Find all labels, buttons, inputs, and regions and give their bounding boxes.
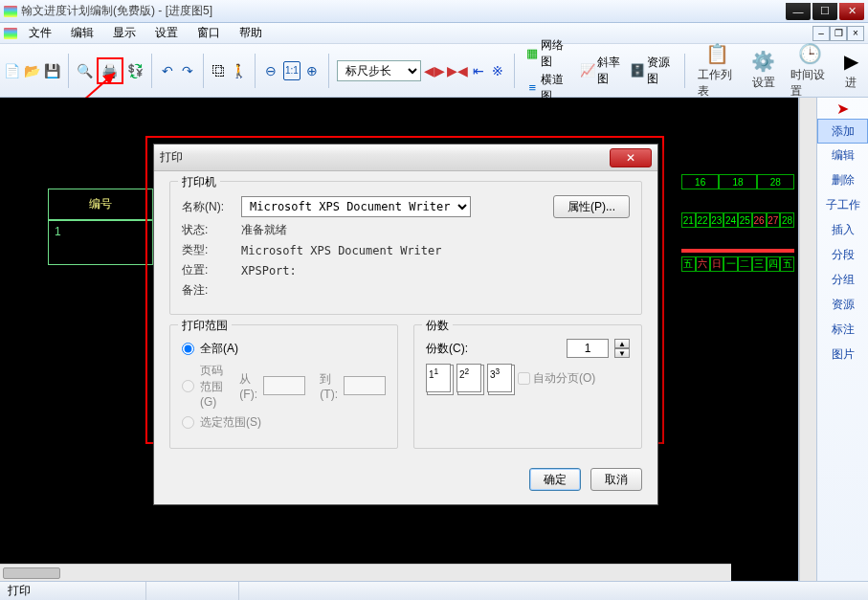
range-fieldset: 打印范围 全部(A) 页码范围(G) 从(F): 到(T): 选定范围(S)	[169, 324, 398, 449]
title-bar: 翰文进度计划编制(免费版) - [进度图5] — ☐ ✕	[0, 0, 868, 23]
print-button-highlight: 🖨️	[97, 57, 123, 84]
maximize-button[interactable]: ☐	[812, 3, 837, 20]
horizontal-scrollbar[interactable]	[0, 564, 731, 581]
work-list-button[interactable]: 📋 工作列表	[692, 42, 742, 100]
time-settings-button[interactable]: 🕒 时间设置	[785, 42, 835, 100]
sidebar-item-segment[interactable]: 分段	[817, 243, 868, 268]
sidebar-item-image[interactable]: 图片	[817, 343, 868, 367]
sidebar-item-resource[interactable]: 资源	[817, 293, 868, 318]
range-selection-label: 选定范围(S)	[200, 414, 261, 431]
print-icon[interactable]: 🖨️	[100, 61, 120, 80]
preview-icon[interactable]: 🔍	[77, 61, 93, 80]
separator	[203, 54, 204, 88]
type-label: 类型:	[182, 242, 235, 258]
cursor-icon[interactable]: ➤	[817, 98, 868, 119]
range-all-radio[interactable]	[182, 343, 194, 355]
sidebar-item-add[interactable]: 添加	[817, 119, 868, 144]
page-icon: 11	[426, 364, 451, 392]
sidebar-item-edit[interactable]: 编辑	[817, 144, 868, 168]
ok-button[interactable]: 确定	[529, 468, 581, 491]
where-value: XPSPort:	[241, 264, 297, 278]
menu-edit[interactable]: 编辑	[63, 23, 101, 43]
scrollbar-thumb[interactable]	[3, 567, 60, 579]
copies-input[interactable]	[567, 339, 609, 358]
open-icon[interactable]: 📂	[24, 61, 40, 80]
sidebar-item-group[interactable]: 分组	[817, 268, 868, 293]
menu-help[interactable]: 帮助	[232, 23, 270, 43]
mdi-controls: – ❐ ×	[812, 26, 864, 41]
range-all-label: 全部(A)	[200, 341, 238, 357]
collate-label: 自动分页(O)	[533, 370, 595, 387]
status-value: 准备就绪	[241, 222, 287, 238]
app-icon-small	[4, 28, 17, 39]
save-icon[interactable]: 💾	[44, 61, 60, 80]
separator	[151, 54, 152, 88]
gear-icon: ⚙️	[751, 50, 775, 73]
scale-step-select[interactable]: 标尺步长	[337, 60, 421, 81]
range-selection-radio	[182, 416, 194, 429]
redo-icon[interactable]: ↷	[179, 61, 195, 80]
copies-spinner[interactable]: ▲▼	[614, 339, 630, 358]
page-icon: 22	[456, 364, 481, 392]
list-icon: 📋	[705, 42, 729, 65]
sidebar-item-subtask[interactable]: 子工作	[817, 193, 868, 218]
dialog-title: 打印	[160, 149, 610, 166]
new-icon[interactable]: 📄	[4, 61, 20, 80]
status-text: 打印	[6, 582, 145, 600]
spin-up-icon[interactable]: ▲	[614, 339, 630, 348]
range-pages-label: 页码范围(G)	[200, 363, 225, 409]
sidebar-item-delete[interactable]: 删除	[817, 168, 868, 193]
window-controls: — ☐ ✕	[786, 3, 864, 20]
page-icon: 33	[487, 364, 512, 392]
menu-view[interactable]: 显示	[105, 23, 144, 43]
properties-button[interactable]: 属性(P)...	[553, 195, 630, 218]
zoom-out-icon[interactable]: ⊖	[263, 61, 279, 80]
zoom-in-icon[interactable]: ⊕	[304, 61, 321, 80]
distribute-icon[interactable]: ※	[490, 61, 506, 80]
printer-name-select[interactable]: Microsoft XPS Document Writer	[241, 196, 471, 217]
align-right-icon[interactable]: ⇤	[471, 61, 487, 80]
copy-icon[interactable]: ⿻	[211, 61, 228, 80]
copies-label: 份数(C):	[426, 341, 468, 357]
resource-chart-button[interactable]: 🗄️资源图	[630, 55, 672, 87]
mdi-restore[interactable]: ❐	[830, 26, 847, 41]
status-cell-3	[238, 582, 331, 600]
undo-icon[interactable]: ↶	[160, 61, 176, 80]
type-value: Microsoft XPS Document Writer	[241, 244, 442, 257]
minimize-button[interactable]: —	[786, 3, 811, 20]
zoom-fit-icon[interactable]: 1:1	[283, 61, 301, 80]
network-icon: ▦	[526, 46, 539, 61]
align-center-icon[interactable]: ▶◀	[448, 61, 467, 80]
export-icon[interactable]: 💱	[127, 61, 144, 80]
settings-button[interactable]: ⚙️ 设置	[746, 50, 781, 91]
task-bar[interactable]	[681, 249, 794, 253]
dialog-title-bar[interactable]: 打印 ✕	[154, 144, 657, 171]
separator	[684, 54, 685, 88]
calendar-grid: 161828 2122232425262728 五六日一二三四五	[681, 174, 794, 272]
column-header: 编号	[49, 189, 152, 220]
vertical-scrollbar[interactable]	[799, 98, 816, 581]
resource-icon: 🗄️	[630, 63, 645, 78]
sidebar-item-insert[interactable]: 插入	[817, 218, 868, 243]
align-left-icon[interactable]: ◀▶	[425, 61, 444, 80]
mdi-close[interactable]: ×	[847, 26, 864, 41]
sidebar-item-annotate[interactable]: 标注	[817, 318, 868, 343]
menu-file[interactable]: 文件	[21, 23, 59, 43]
close-button[interactable]: ✕	[839, 3, 864, 20]
dialog-close-button[interactable]: ✕	[610, 148, 652, 167]
status-cell-2	[145, 582, 238, 600]
separator	[514, 54, 515, 88]
task-row[interactable]: 1	[49, 220, 152, 266]
menu-window[interactable]: 窗口	[189, 23, 228, 43]
from-input	[263, 376, 305, 395]
menu-settings[interactable]: 设置	[147, 23, 186, 43]
to-input	[344, 376, 386, 395]
slope-chart-button[interactable]: 📈斜率图	[580, 55, 622, 87]
mdi-minimize[interactable]: –	[812, 26, 830, 41]
clock-icon: 🕒	[798, 42, 822, 65]
progress-button[interactable]: ▶ 进	[838, 50, 864, 91]
walk-icon[interactable]: 🚶	[231, 61, 247, 80]
network-chart-button[interactable]: ▦网络图	[526, 37, 569, 70]
spin-down-icon[interactable]: ▼	[614, 348, 630, 358]
cancel-button[interactable]: 取消	[590, 468, 642, 491]
